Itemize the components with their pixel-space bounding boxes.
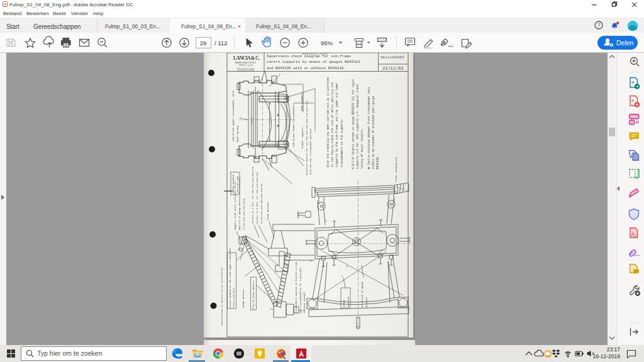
svg-text:A: A — [4, 2, 6, 6]
svg-text:LANCIA & C.: LANCIA & C. — [233, 55, 260, 61]
svg-text:Plate with hole: Plate with hole — [233, 288, 235, 308]
svg-text:Support with valve reference m: Support with valve reference marks — [234, 182, 236, 230]
svg-text:Socket 21.5 dia. for 818.100-1: Socket 21.5 dia. for 818.100-130-360-170 — [252, 166, 254, 224]
svg-text:Printed in Italy: Printed in Italy — [237, 67, 254, 70]
svg-text:B: B — [310, 260, 312, 262]
svg-text:A: A — [631, 80, 635, 84]
svg-text:a: a — [325, 219, 327, 222]
svg-text:/ 112: / 112 — [214, 40, 227, 47]
svg-text:(-103-130-140-150-512-140-25: (-103-130-140-150-512-140-25 — [260, 183, 263, 224]
svg-text:22/11/63: 22/11/63 — [382, 66, 404, 71]
svg-text:B045110.: B045110. — [376, 155, 379, 169]
svg-text:shafts to be checked if provid: shafts to be checked if provided with ga… — [372, 96, 375, 169]
svg-text:Stamp B045032: Stamp B045032 — [267, 202, 269, 221]
svg-text:B045111: B045111 — [365, 297, 368, 307]
svg-text:(J22 on rear crossmember B0476: (J22 on rear crossmember B047632 — [309, 128, 312, 175]
svg-text:Once the checking has been car: Once the checking has been carried out a… — [326, 77, 330, 167]
svg-text:Brackets B04704 for 818.103-13: Brackets B04704 for 818.103-130-230-390-… — [306, 101, 308, 175]
svg-text:left support: left support — [301, 92, 303, 111]
svg-text:Squareness check diagram for s: Squareness check diagram for sub-frame — [267, 54, 351, 58]
svg-text:Plug of gauge B045111: Plug of gauge B045111 — [252, 281, 255, 309]
svg-text:TORINO - S.p.A.: TORINO - S.p.A. — [238, 64, 253, 67]
svg-text:(-130-140-192-432 only: (-130-140-192-432 only — [243, 198, 245, 230]
svg-text:?: ? — [597, 22, 601, 28]
svg-text:Gauge B045015: Gauge B045015 — [242, 289, 245, 308]
svg-text:Omissis test: Omissis test — [303, 53, 328, 55]
svg-text:location anough): location anough) — [303, 292, 306, 314]
svg-text:Gauge: Gauge — [343, 299, 345, 307]
svg-text:B045038: B045038 — [347, 296, 350, 307]
svg-text:in the figure,check the nuts o: in the figure,check the nuts of bolts se… — [331, 82, 334, 167]
svg-text:MODIFICATIONS AT B045157 Fero: MODIFICATIONS AT B045157 Ferode and modi… — [221, 268, 223, 326]
svg-text:Delen: Delen — [616, 39, 634, 47]
svg-text:A: A — [631, 99, 635, 102]
svg-text:414 B: 414 B — [269, 118, 271, 124]
svg-text:✱ Centre distance between fron: ✱ Centre distance between front crossmem… — [367, 87, 370, 169]
svg-text:Extension of gauge: Extension of gauge — [361, 281, 364, 307]
svg-text:Sub-frame upper crossmember, w: Sub-frame upper crossmember, with — [232, 90, 235, 141]
svg-text:Sketch890T: Sketch890T — [380, 55, 404, 60]
svg-text:404 B: 404 B — [250, 118, 253, 124]
svg-text:supports to the sub-frame, and: supports to the sub-frame, and the upper… — [335, 82, 338, 167]
svg-text:supports (+C for left support): supports (+C for left support) (-4- diag… — [356, 84, 359, 169]
svg-text:(not indispensable) for a poss: (not indispensable) for a possible — [299, 268, 302, 314]
svg-text:Sub-frame lower crossmembers: Sub-frame lower crossmembers — [292, 104, 295, 147]
svg-text:Front suspension: Front suspension — [395, 156, 397, 182]
svg-text:29: 29 — [200, 40, 207, 47]
svg-text:Socket 17.5 dia. for 818.140-2: Socket 17.5 dia. for 818.140-250-282 — [256, 172, 258, 224]
svg-text:and B045136 with or without B0: and B045136 with or without B045110. — [267, 66, 346, 70]
svg-text:Crossmembers B047632 as bracke: Crossmembers B047632 as bracket B17185 — [295, 262, 297, 314]
svg-text:E: E — [347, 265, 348, 268]
svg-text:centre supports by means of ga: centre supports by means of gauges B0451… — [267, 60, 360, 64]
svg-text:D: D — [341, 275, 343, 278]
svg-text:95%: 95% — [321, 40, 333, 47]
svg-text:leaf spring: leaf spring — [236, 125, 239, 143]
svg-text:lining of equal lengths.: lining of equal lengths. — [360, 128, 364, 169]
svg-text:Replica of gauge B045111 for 8: Replica of gauge B045111 for 818.103( — [238, 177, 241, 230]
svg-text:A: A — [631, 231, 635, 236]
svg-text:Socket B045015 on sub-frame up: Socket B045015 on sub-frame upper crossm… — [229, 247, 231, 308]
svg-text:A-B-C-D lengths marked on gaug: A-B-C-D lengths marked on gauge B045145 … — [352, 79, 355, 169]
svg-text:(Right support): (Right support) — [301, 126, 304, 149]
svg-text:crossmembers to the supports.: crossmembers to the supports. — [340, 118, 343, 167]
